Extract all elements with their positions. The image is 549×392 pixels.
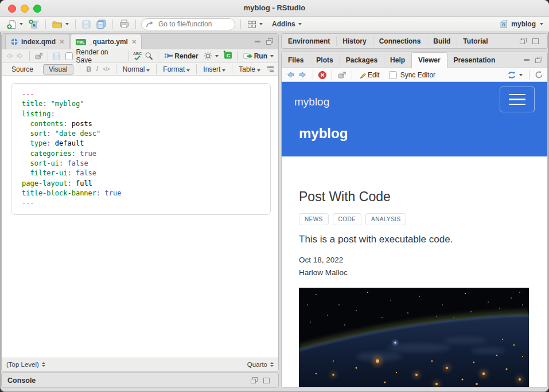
code-line[interactable]: title: "myblog" [22,99,270,109]
refresh-icon[interactable] [535,70,543,79]
tab-quarto-yml[interactable]: YML _quarto.yml × [71,34,142,49]
save-button[interactable] [81,19,92,29]
new-file-button[interactable] [6,19,24,30]
goto-file-input[interactable] [157,19,223,29]
tab-help[interactable]: Help [384,53,411,68]
console-title: Console [7,377,36,385]
close-icon[interactable]: × [60,39,64,45]
blog-header: myblog myblog [282,82,547,156]
editor-statusbar: (Top Level) Quarto [2,358,278,371]
visual-mode-button[interactable]: Visual [43,64,73,75]
forward-icon[interactable] [298,70,307,79]
addins-menu[interactable]: Addins [271,19,303,29]
divider [529,70,529,80]
insert-chunk-button[interactable]: C [223,50,232,61]
close-icon[interactable]: × [132,39,137,45]
search-icon[interactable] [145,52,153,61]
tab-environment[interactable]: Environment [282,34,336,49]
environment-pane: EnvironmentHistoryConnectionsBuildTutori… [281,33,548,49]
code-line[interactable]: filter-ui: false [22,168,270,178]
tab-build[interactable]: Build [427,34,457,49]
render-on-save-checkbox[interactable] [65,52,73,60]
tab-viewer[interactable]: Viewer [411,52,447,68]
maximize-pane-button[interactable] [262,377,270,384]
category-badge[interactable]: NEWS [299,213,329,225]
code-button[interactable]: </> [103,66,109,72]
tab-tutorial[interactable]: Tutorial [457,34,494,49]
post-image [299,288,529,387]
svg-text:R: R [33,23,36,28]
tab-connections[interactable]: Connections [373,34,427,49]
sync-publish-button[interactable] [506,70,524,80]
outline-toggle-icon[interactable] [267,66,274,72]
new-project-button[interactable]: R [28,19,40,30]
titlebar: myblog - RStudio [0,0,549,17]
scope-selector[interactable]: (Top Level) [6,361,45,368]
tab-packages[interactable]: Packages [340,53,384,68]
code-line[interactable]: page-layout: full [22,179,270,189]
updown-icon [42,362,45,367]
format-menu[interactable]: Format [163,65,190,73]
source-mode-button[interactable]: Source [6,65,38,74]
panes-layout-button[interactable] [246,19,264,29]
tab-files[interactable]: Files [282,53,310,68]
code-line[interactable]: categories: true [22,149,270,159]
back-icon[interactable] [286,70,295,79]
code-line[interactable]: listing: [22,109,270,119]
open-file-button[interactable] [51,19,70,29]
print-button[interactable] [118,19,130,29]
maximize-pane-button[interactable] [535,57,543,64]
blog-brand-link[interactable]: myblog [294,96,329,108]
code-line[interactable]: title-block-banner: true [22,189,270,198]
bold-button[interactable]: B [87,65,92,73]
code-line[interactable]: --- [22,89,270,99]
post-title: Post With Code [299,189,530,205]
tab-plots[interactable]: Plots [310,53,339,68]
tab-history[interactable]: History [336,34,372,49]
render-options-button[interactable] [203,51,220,61]
save-icon[interactable] [53,52,60,60]
divider [75,19,76,29]
chevron-down-icon [20,23,23,25]
restore-pane-button[interactable] [519,38,527,45]
run-button[interactable]: Run [242,52,275,61]
edit-button[interactable]: Edit [357,70,381,80]
divider [237,51,237,61]
italic-button[interactable]: I [96,65,98,73]
code-line[interactable]: sort: "date desc" [22,129,270,139]
back-icon[interactable] [5,52,13,60]
goto-file-search[interactable] [141,18,235,30]
minimize-pane-button[interactable] [254,38,262,45]
maximize-pane-button[interactable] [266,38,274,45]
code-line[interactable]: contents: posts [22,119,270,129]
insert-menu-label: Insert [203,65,220,73]
editor-body[interactable]: ---title: "myblog"listing: contents: pos… [2,76,278,358]
filetype-selector[interactable]: Quarto [247,361,274,368]
sync-editor-checkbox[interactable] [389,71,397,79]
restore-pane-button[interactable] [250,377,258,384]
open-in-window-icon[interactable] [34,52,43,60]
category-badge[interactable]: ANALYSIS [365,213,406,225]
minimize-pane-button[interactable] [523,57,531,64]
tab-index-qmd[interactable]: index.qmd × [5,34,69,49]
yml-file-icon: YML [76,39,86,45]
forward-icon[interactable] [16,52,24,60]
table-menu[interactable]: Table [239,65,260,73]
menu-toggle-button[interactable] [500,87,535,112]
post-description: This is a post with executable code. [299,234,530,245]
project-selector[interactable]: R myblog [499,19,543,29]
tab-presentation[interactable]: Presentation [447,53,502,68]
code-line[interactable]: sort-ui: false [22,159,270,168]
code-block[interactable]: ---title: "myblog"listing: contents: pos… [11,83,271,215]
category-badge[interactable]: CODE [333,213,362,225]
spellcheck-button[interactable]: ABC [133,52,142,60]
stop-icon[interactable] [318,71,326,79]
code-line[interactable]: type: default [22,139,270,148]
code-line[interactable]: --- [22,198,270,208]
paragraph-style-menu[interactable]: Normal [123,65,150,73]
maximize-pane-button[interactable] [531,38,539,45]
open-in-window-icon[interactable] [337,71,346,79]
save-all-button[interactable] [95,19,107,29]
insert-menu[interactable]: Insert [203,65,225,73]
render-button[interactable]: Render [163,52,199,61]
